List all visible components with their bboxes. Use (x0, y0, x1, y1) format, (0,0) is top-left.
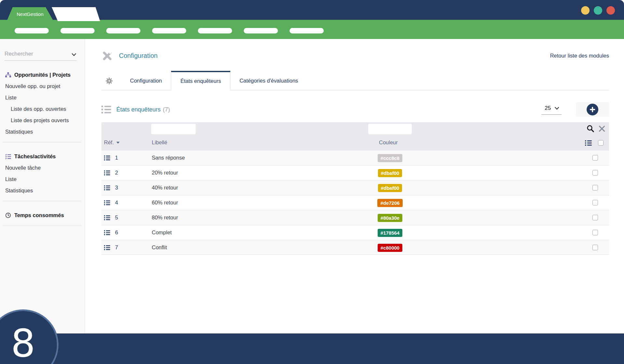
color-badge: #ccc8c8 (378, 154, 402, 162)
table-header-row: Réf. Libellé Couleur (101, 136, 609, 150)
clock-icon (5, 213, 11, 218)
sidebar-section-header[interactable]: Tâches/activités (5, 153, 81, 160)
brand-tab[interactable]: NextGestion (7, 7, 53, 20)
list-icon[interactable] (104, 185, 110, 190)
window-dot[interactable] (581, 6, 590, 15)
row-checkbox[interactable] (592, 155, 598, 161)
filter-couleur-input[interactable] (368, 124, 412, 134)
list-icon[interactable] (104, 215, 110, 220)
sidebar-item[interactable]: Liste des opp. ouvertes (5, 106, 81, 112)
page-size-select[interactable]: 25 (541, 104, 562, 115)
sidebar-item[interactable]: Nouvelle opp. ou projet (5, 83, 81, 89)
main-content: Configuration Retour liste des modules C… (85, 39, 624, 333)
window-dot[interactable] (606, 6, 615, 15)
add-button[interactable] (576, 102, 609, 117)
chevron-down-icon (555, 107, 559, 110)
nav-item-placeholder[interactable] (290, 28, 324, 33)
sidebar-item[interactable]: Liste (5, 95, 81, 101)
row-checkbox[interactable] (592, 185, 598, 190)
page-size-value: 25 (545, 105, 551, 111)
data-table: Réf. Libellé Couleur 1 Sans réponse #ccc… (101, 122, 609, 255)
table-body: 1 Sans réponse #ccc8c8 2 20% retour #dba… (101, 150, 609, 255)
page-number: 8 (11, 321, 35, 364)
row-ref-link[interactable]: 4 (115, 200, 118, 206)
tab-cat-gories-d-valuations[interactable]: Catégories d'évaluations (230, 71, 307, 90)
color-badge: #dbaf00 (378, 184, 402, 192)
sidebar-section-header[interactable]: Opportunités | Projets (5, 72, 81, 78)
nav-item-placeholder[interactable] (244, 28, 278, 33)
main-navbar (0, 20, 624, 39)
nav-item-placeholder[interactable] (60, 28, 95, 33)
app-window: NextGestion Opportunités | Projets Nouve… (0, 0, 624, 364)
row-ref-link[interactable]: 7 (115, 244, 118, 251)
table-row: 7 Conflit #c80000 (101, 240, 609, 255)
row-libelle: Complet (152, 229, 172, 236)
row-ref-link[interactable]: 5 (115, 214, 118, 221)
row-libelle: 60% retour (152, 200, 178, 206)
row-ref-link[interactable]: 3 (115, 185, 118, 191)
sidebar-item[interactable]: Liste des projets ouverts (5, 117, 81, 124)
list-icon (101, 105, 111, 114)
table-row: 4 60% retour #de7206 (101, 195, 609, 210)
search-button[interactable] (586, 124, 595, 134)
row-checkbox[interactable] (592, 200, 598, 205)
clear-filter-button[interactable] (599, 125, 605, 133)
nav-item-placeholder[interactable] (198, 28, 232, 33)
list-icon[interactable] (104, 155, 110, 161)
column-couleur-label: Couleur (379, 139, 398, 146)
footer-bar (0, 333, 624, 364)
brand-placeholder (52, 7, 100, 21)
navbar-items (15, 28, 324, 33)
divider (3, 201, 81, 201)
nav-item-placeholder[interactable] (15, 28, 49, 33)
list-icon[interactable] (104, 230, 110, 235)
list-count: (7) (163, 106, 170, 113)
search-icon (586, 124, 595, 133)
gear-icon (105, 77, 113, 85)
tasks-icon (5, 154, 11, 159)
column-ref-sort[interactable]: Réf. (104, 139, 120, 146)
list-icon[interactable] (104, 200, 110, 205)
row-ref-link[interactable]: 1 (115, 155, 118, 161)
row-checkbox[interactable] (592, 170, 598, 176)
title-bar: NextGestion (0, 0, 624, 20)
sidebar-item[interactable]: Statistiques (5, 129, 81, 135)
sidebar-item[interactable]: Liste (5, 176, 81, 182)
row-libelle: Conflit (152, 244, 167, 251)
column-libelle-label: Libellé (152, 139, 167, 146)
select-all-checkbox[interactable] (598, 140, 604, 146)
nav-item-placeholder[interactable] (152, 28, 186, 33)
window-dot[interactable] (594, 6, 602, 15)
row-libelle: Sans réponse (152, 155, 185, 161)
sidebar-item[interactable]: Nouvelle tâche (5, 165, 81, 171)
list-icon[interactable] (104, 170, 110, 176)
tab--tats-enqu-teurs[interactable]: États enquêteurs (171, 71, 230, 90)
tab-configuration[interactable]: Configuration (121, 71, 171, 90)
row-libelle: 80% retour (152, 214, 178, 221)
row-checkbox[interactable] (592, 245, 598, 250)
row-checkbox[interactable] (592, 215, 598, 220)
filter-libelle-input[interactable] (151, 124, 196, 134)
page-title: Configuration (119, 52, 158, 59)
list-icon[interactable] (104, 245, 110, 250)
table-row: 5 80% retour #80a30e (101, 210, 609, 225)
back-to-modules-link[interactable]: Retour liste des modules (550, 53, 609, 59)
tab-bar: Configuration États enquêteurs Catégorie… (101, 71, 609, 90)
sidebar-section: Temps consommés (5, 212, 81, 218)
sidebar-sections: Opportunités | Projets Nouvelle opp. ou … (0, 72, 84, 226)
row-ref-link[interactable]: 2 (115, 170, 118, 176)
row-checkbox[interactable] (592, 230, 598, 235)
list-title: États enquêteurs (116, 106, 161, 113)
nav-item-placeholder[interactable] (106, 28, 140, 33)
search-input[interactable] (5, 51, 68, 57)
sidebar-item[interactable]: Statistiques (5, 188, 81, 194)
list-header: États enquêteurs (7) 25 (101, 102, 609, 117)
page-header: Configuration Retour liste des modules (101, 49, 609, 62)
sitemap-icon (5, 72, 11, 78)
list-icon[interactable] (585, 140, 592, 146)
divider (3, 142, 81, 142)
table-row: 3 40% retour #dbaf00 (101, 180, 609, 195)
chevron-down-icon[interactable] (72, 53, 76, 56)
sidebar-section-header[interactable]: Temps consommés (5, 212, 81, 218)
row-ref-link[interactable]: 6 (115, 229, 118, 236)
